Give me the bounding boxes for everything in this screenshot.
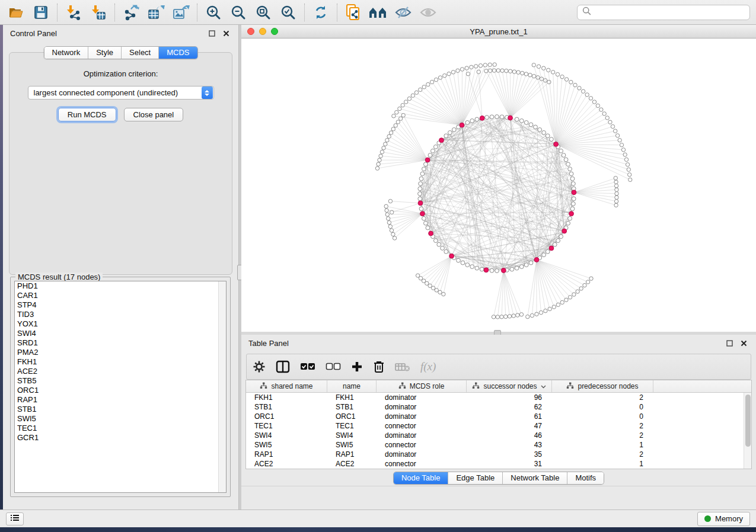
table-cell[interactable]: 31 (467, 459, 552, 469)
close-panel-icon[interactable] (221, 28, 231, 39)
column-header-name[interactable]: name (327, 380, 377, 392)
column-header-MCDS-role[interactable]: MCDS role (377, 380, 467, 392)
table-cell[interactable]: 96 (467, 393, 552, 402)
zoom-in-button[interactable] (203, 2, 224, 23)
table-cell[interactable]: connector (377, 459, 467, 469)
table-cell[interactable]: FKH1 (246, 393, 327, 402)
table-cell[interactable]: dominator (377, 431, 467, 440)
tab-mcds[interactable]: MCDS (158, 47, 197, 59)
run-mcds-button[interactable]: Run MCDS (58, 108, 116, 121)
table-cell[interactable]: ACE2 (246, 459, 327, 469)
table-cell[interactable]: 0 (552, 402, 653, 412)
table-cell[interactable]: RAP1 (327, 450, 377, 459)
table-settings-button[interactable] (253, 358, 266, 376)
table-cell[interactable]: 1 (552, 440, 653, 450)
optimization-criterion-select[interactable]: largest connected component (undirected) (28, 86, 214, 100)
show-all-button[interactable] (418, 2, 438, 23)
table-cell[interactable]: 61 (467, 412, 552, 421)
mcds-result-item[interactable]: SWI4 (15, 329, 226, 338)
float-panel-icon[interactable] (724, 338, 735, 348)
table-cell[interactable]: dominator (377, 412, 467, 421)
table-cell[interactable]: TEC1 (327, 421, 377, 431)
table-row[interactable]: ORC1ORC1dominator610 (246, 412, 744, 421)
mcds-result-item[interactable]: YOX1 (15, 319, 226, 329)
column-header-predecessor-nodes[interactable]: predecessor nodes (552, 380, 653, 392)
search-input[interactable] (595, 8, 745, 17)
table-cell[interactable]: connector (377, 421, 467, 431)
table-cell[interactable]: 47 (467, 421, 552, 431)
delete-columns-button[interactable] (373, 358, 385, 376)
table-row[interactable]: TEC1TEC1connector472 (246, 421, 744, 431)
table-cell[interactable]: SWI4 (246, 431, 327, 440)
table-cell[interactable]: ACE2 (327, 459, 377, 469)
table-cell[interactable]: 2 (552, 450, 653, 459)
table-cell[interactable]: 2 (552, 421, 653, 431)
mcds-result-item[interactable]: TID3 (15, 310, 226, 319)
table-row[interactable]: ACE2ACE2connector311 (246, 459, 744, 469)
table-cell[interactable]: 62 (467, 402, 552, 412)
save-session-button[interactable] (31, 2, 51, 23)
show-task-history-button[interactable] (6, 512, 24, 525)
column-header-successor-nodes[interactable]: successor nodes (467, 380, 552, 392)
table-cell[interactable]: STB1 (246, 402, 327, 412)
zoom-out-button[interactable] (228, 2, 248, 23)
table-cell[interactable]: dominator (377, 402, 467, 412)
table-cell[interactable]: ORC1 (327, 412, 377, 421)
tab-edge-table[interactable]: Edge Table (448, 472, 502, 484)
table-cell[interactable]: STB1 (327, 402, 377, 412)
mcds-result-item[interactable]: STP4 (15, 300, 226, 310)
table-vertical-scrollbar[interactable] (744, 393, 751, 469)
refresh-view-button[interactable] (311, 2, 331, 23)
export-network-button[interactable] (121, 2, 141, 23)
table-cell[interactable]: RAP1 (246, 450, 327, 459)
table-row[interactable]: SWI5SWI5connector431 (246, 440, 744, 450)
float-panel-icon[interactable] (206, 28, 217, 39)
zoom-fit-button[interactable] (253, 2, 273, 23)
mcds-list-scrollbar[interactable] (218, 281, 226, 492)
table-cell[interactable]: dominator (377, 450, 467, 459)
memory-button[interactable]: Memory (697, 512, 750, 526)
first-neighbors-button[interactable] (368, 2, 388, 23)
table-cell[interactable]: SWI5 (246, 440, 327, 450)
tab-style[interactable]: Style (88, 47, 121, 59)
table-row[interactable]: SWI4SWI4dominator462 (246, 431, 744, 440)
mcds-result-item[interactable]: ORC1 (15, 386, 226, 395)
table-cell[interactable]: ORC1 (246, 412, 327, 421)
table-cell[interactable]: 2 (552, 431, 653, 440)
tab-select[interactable]: Select (121, 47, 158, 59)
table-row[interactable]: RAP1RAP1dominator352 (246, 450, 744, 459)
network-graph[interactable] (241, 39, 756, 332)
mcds-result-item[interactable]: CAR1 (15, 291, 226, 300)
mcds-result-item[interactable]: FKH1 (15, 357, 226, 367)
select-all-button[interactable] (300, 358, 315, 376)
mcds-result-item[interactable]: PMA2 (15, 348, 226, 357)
new-network-from-selection-button[interactable] (343, 2, 363, 23)
mcds-result-item[interactable]: STB5 (15, 376, 226, 386)
mcds-result-item[interactable]: ACE2 (15, 367, 226, 376)
import-table-button[interactable] (88, 2, 109, 23)
table-cell[interactable]: SWI4 (327, 431, 377, 440)
open-file-button[interactable] (6, 2, 26, 23)
mcds-result-item[interactable]: PHD1 (15, 281, 226, 291)
close-panel-button[interactable]: Close panel (124, 108, 184, 121)
hide-selected-button[interactable] (393, 2, 413, 23)
column-header-shared-name[interactable]: shared name (246, 380, 327, 392)
delete-table-button[interactable] (395, 358, 410, 376)
table-cell[interactable]: 46 (467, 431, 552, 440)
zoom-selected-button[interactable] (278, 2, 298, 23)
table-cell[interactable]: 43 (467, 440, 552, 450)
add-column-button[interactable] (351, 358, 363, 376)
mcds-result-item[interactable]: STB1 (15, 405, 226, 414)
table-cell[interactable]: TEC1 (246, 421, 327, 431)
mcds-result-item[interactable]: TEC1 (15, 424, 226, 433)
mcds-result-item[interactable]: SRD1 (15, 338, 226, 348)
tab-motifs[interactable]: Motifs (567, 472, 604, 484)
deselect-all-button[interactable] (326, 358, 341, 376)
export-table-button[interactable] (146, 2, 166, 23)
table-cell[interactable]: dominator (377, 393, 467, 402)
mcds-result-item[interactable]: RAP1 (15, 395, 226, 405)
mcds-result-item[interactable]: SWI5 (15, 414, 226, 424)
tab-network[interactable]: Network (44, 47, 88, 59)
function-builder-button[interactable]: f(x) (420, 358, 436, 376)
table-cell[interactable]: FKH1 (327, 393, 377, 402)
